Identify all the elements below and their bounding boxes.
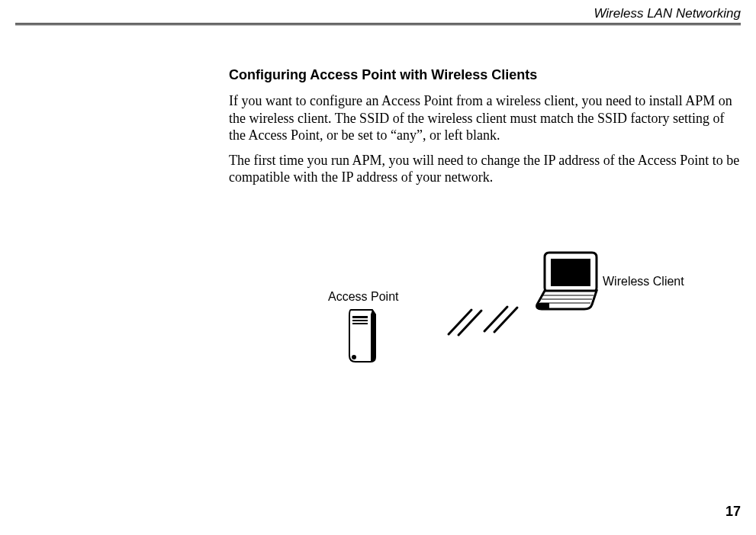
- paragraph-2: The first time you run APM, you will nee…: [229, 152, 741, 186]
- svg-rect-1: [352, 320, 368, 321]
- header-rule: [15, 23, 741, 25]
- paragraph-1: If you want to configure an Access Point…: [229, 92, 741, 144]
- svg-rect-5: [537, 303, 549, 309]
- section-title: Configuring Access Point with Wireless C…: [229, 67, 741, 83]
- svg-point-3: [352, 355, 356, 359]
- wireless-client-group: Wireless Client: [534, 248, 599, 311]
- wireless-client-label: Wireless Client: [603, 275, 684, 288]
- page-number: 17: [725, 504, 741, 520]
- svg-rect-4: [551, 259, 590, 286]
- access-point-label: Access Point: [328, 290, 398, 304]
- laptop-icon: [534, 248, 599, 311]
- content-area: Configuring Access Point with Wireless C…: [229, 67, 741, 194]
- network-diagram: Access Point: [229, 244, 725, 412]
- chapter-header: Wireless LAN Networking: [594, 6, 741, 21]
- access-point-icon: [345, 307, 381, 365]
- svg-rect-2: [352, 323, 368, 324]
- svg-rect-0: [352, 316, 368, 318]
- wireless-signal-icon: [445, 304, 521, 338]
- access-point-group: Access Point: [328, 290, 398, 365]
